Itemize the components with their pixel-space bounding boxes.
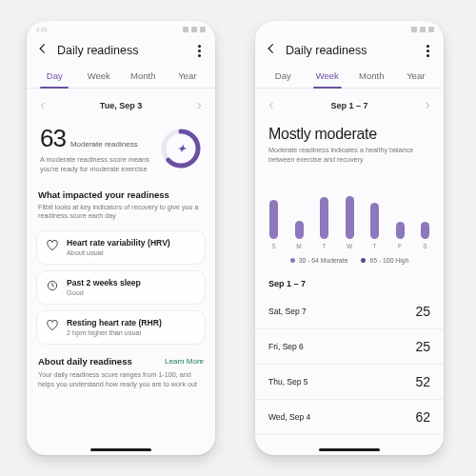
home-indicator xyxy=(90,448,151,451)
day-row[interactable]: Sat, Sep 725 xyxy=(255,294,444,329)
chart-bar: W xyxy=(345,196,355,250)
week-summary: Mostly moderate Moderate readiness indic… xyxy=(255,120,444,164)
score-card: 63 Moderate readiness A moderate readine… xyxy=(27,120,215,184)
tab-year[interactable]: Year xyxy=(394,65,439,88)
chart-bar: T xyxy=(319,197,329,249)
date-nav: Tue, Sep 3 xyxy=(27,89,215,120)
day-row[interactable]: Fri, Sep 625 xyxy=(255,329,444,365)
phone-week-view: Daily readiness Day Week Month Year Sep … xyxy=(255,21,444,455)
chevron-left-icon[interactable] xyxy=(267,97,276,114)
tab-month[interactable]: Month xyxy=(349,65,394,88)
metric-title: Heart rate variability (HRV) xyxy=(67,238,170,248)
readiness-label: Moderate readiness xyxy=(70,140,138,149)
chevron-right-icon[interactable] xyxy=(194,97,204,114)
more-icon[interactable] xyxy=(421,45,434,57)
day-value: 62 xyxy=(415,409,430,425)
impact-desc: Fitbit looks at key indicators of recove… xyxy=(38,203,204,221)
chart-bar: S xyxy=(420,222,430,250)
page-title: Daily readiness xyxy=(57,44,185,57)
summary-desc: Moderate readiness indicates a healthy b… xyxy=(268,146,421,164)
about-desc: Your daily readiness score ranges from 1… xyxy=(38,370,204,388)
readiness-desc: A moderate readiness score means you're … xyxy=(40,155,154,174)
day-label: Wed, Sep 4 xyxy=(268,412,310,422)
tab-month[interactable]: Month xyxy=(121,65,166,88)
impact-heading: What impacted your readiness xyxy=(38,189,204,200)
heart-icon xyxy=(46,239,59,252)
chart-bar: M xyxy=(294,221,305,249)
about-row: About daily readiness Learn More xyxy=(27,345,215,370)
impact-section: What impacted your readiness Fitbit look… xyxy=(27,184,215,225)
metric-sub: About usual xyxy=(67,248,170,257)
status-bar: 2:31 xyxy=(27,21,215,34)
readiness-ring-icon: ✦ xyxy=(160,128,202,169)
week-list-header: Sep 1 – 7 xyxy=(255,269,444,294)
readiness-chart: SMTWTFS 30 - 64 Moderate 65 - 100 High xyxy=(255,164,444,269)
day-value: 25 xyxy=(415,304,430,319)
tab-year[interactable]: Year xyxy=(166,65,210,88)
sleep-icon xyxy=(46,279,59,292)
tab-bar: Day Week Month Year xyxy=(27,65,215,89)
metric-sub: Good xyxy=(67,288,141,297)
screen-header: Daily readiness xyxy=(27,34,215,65)
day-value: 52 xyxy=(415,374,430,389)
tab-week[interactable]: Week xyxy=(306,65,350,88)
status-time: 2:31 xyxy=(36,27,48,32)
back-arrow-icon[interactable] xyxy=(36,42,50,59)
metric-card-rhr[interactable]: Resting heart rate (RHR) 2 bpm higher th… xyxy=(36,310,206,345)
chart-legend: 30 - 64 Moderate 65 - 100 High xyxy=(268,257,430,264)
day-row[interactable]: Wed, Sep 462 xyxy=(255,400,444,435)
chevron-right-icon[interactable] xyxy=(423,97,432,114)
readiness-score: 63 xyxy=(40,124,66,153)
home-indicator xyxy=(319,448,380,451)
tab-day[interactable]: Day xyxy=(261,65,306,88)
screen-header: Daily readiness xyxy=(255,34,444,65)
day-value: 25 xyxy=(415,339,430,354)
heart-icon xyxy=(46,319,59,332)
tab-day[interactable]: Day xyxy=(32,65,77,88)
date-nav: Sep 1 – 7 xyxy=(255,89,444,120)
day-label: Fri, Sep 6 xyxy=(268,342,304,351)
chevron-left-icon[interactable] xyxy=(38,97,48,114)
day-label: Sat, Sep 7 xyxy=(268,307,307,316)
metric-sub: 2 bpm higher than usual xyxy=(67,328,162,337)
phone-day-view: 2:31 Daily readiness Day Week Month Year… xyxy=(27,21,215,455)
more-icon[interactable] xyxy=(192,45,206,57)
page-title: Daily readiness xyxy=(286,44,413,57)
back-arrow-icon[interactable] xyxy=(265,42,278,59)
learn-more-link[interactable]: Learn More xyxy=(165,357,204,366)
legend-high: 65 - 100 High xyxy=(369,257,408,264)
tab-week[interactable]: Week xyxy=(77,65,122,88)
about-heading: About daily readiness xyxy=(38,356,132,367)
metric-card-hrv[interactable]: Heart rate variability (HRV) About usual xyxy=(36,230,206,265)
tab-bar: Day Week Month Year xyxy=(255,65,444,89)
metric-title: Past 2 weeks sleep xyxy=(67,278,141,288)
metric-title: Resting heart rate (RHR) xyxy=(67,318,162,327)
chart-bar: S xyxy=(268,200,279,249)
day-row[interactable]: Thu, Sep 552 xyxy=(255,365,444,400)
status-bar xyxy=(255,21,444,34)
chart-bar: T xyxy=(369,203,380,249)
current-range: Sep 1 – 7 xyxy=(330,101,367,110)
day-label: Thu, Sep 5 xyxy=(268,377,308,387)
legend-moderate: 30 - 64 Moderate xyxy=(299,257,348,264)
chart-bar: F xyxy=(395,222,406,250)
current-date: Tue, Sep 3 xyxy=(100,101,142,110)
metric-card-sleep[interactable]: Past 2 weeks sleep Good xyxy=(36,270,206,305)
runner-icon: ✦ xyxy=(160,128,202,169)
summary-title: Mostly moderate xyxy=(268,126,430,143)
